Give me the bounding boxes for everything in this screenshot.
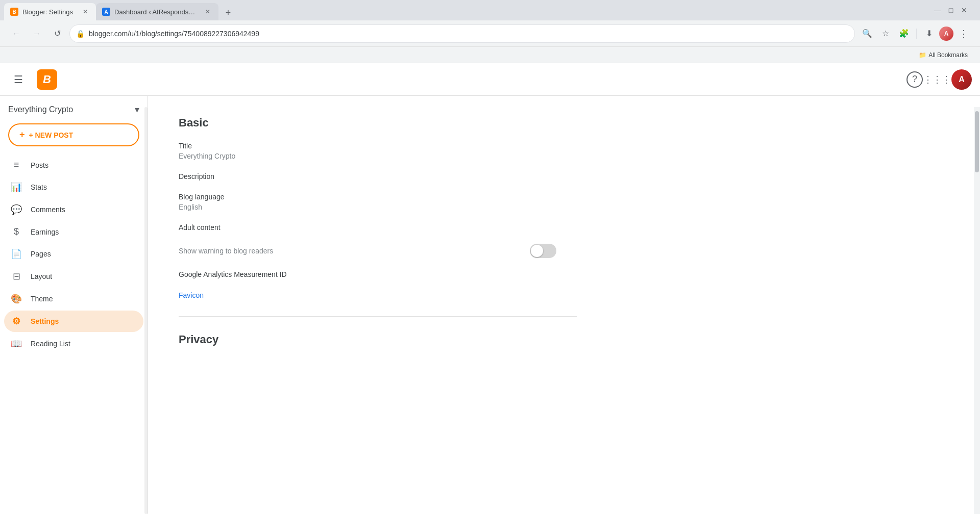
setting-value-title[interactable]: Everything Crypto xyxy=(179,152,577,160)
divider xyxy=(916,29,917,39)
url-text: blogger.com/u/1/blog/settings/7540089227… xyxy=(89,30,848,38)
layout-icon: ⊟ xyxy=(10,271,22,282)
help-button[interactable]: ? xyxy=(906,71,923,88)
sidebar-item-label-pages: Pages xyxy=(31,250,51,258)
setting-row-description: Description xyxy=(179,172,577,181)
comments-icon: 💬 xyxy=(10,204,22,215)
url-actions: 🔍 ☆ 🧩 ⬇ A ⋮ xyxy=(859,25,972,42)
user-avatar[interactable]: A xyxy=(951,69,972,90)
tab-dashboard[interactable]: A Dashboard ‹ AIRespondsBlog … ✕ xyxy=(96,3,218,20)
sidebar-item-earnings[interactable]: $ Earnings xyxy=(4,221,143,242)
search-icon[interactable]: 🔍 xyxy=(859,25,875,42)
sidebar-item-label-reading-list: Reading List xyxy=(31,340,70,348)
earnings-icon: $ xyxy=(10,226,22,237)
tab-label-dashboard: Dashboard ‹ AIRespondsBlog … xyxy=(114,8,199,16)
setting-value-blog-language: English xyxy=(179,203,577,211)
sidebar-item-comments[interactable]: 💬 Comments xyxy=(4,199,143,220)
sidebar-item-reading-list[interactable]: 📖 Reading List xyxy=(4,333,143,354)
bookmarks-label: All Bookmarks xyxy=(928,52,968,59)
favicon-link[interactable]: Favicon xyxy=(179,291,204,299)
privacy-section-title: Privacy xyxy=(179,333,577,346)
maximize-button[interactable]: □ xyxy=(947,7,954,14)
show-warning-toggle[interactable] xyxy=(530,244,556,258)
sidebar: Everything Crypto ▾ + + NEW POST ≡ Posts xyxy=(0,96,148,514)
sidebar-item-label-comments: Comments xyxy=(31,205,65,214)
window-controls: — □ ✕ xyxy=(934,7,976,14)
minimize-button[interactable]: — xyxy=(934,7,941,14)
new-post-button[interactable]: + + NEW POST xyxy=(8,123,139,146)
back-button[interactable]: ← xyxy=(8,25,24,42)
hamburger-button[interactable]: ☰ xyxy=(8,69,29,90)
toggle-knob xyxy=(531,245,543,257)
bookmarks-bar: 📁 All Bookmarks xyxy=(0,47,980,63)
sidebar-item-label-posts: Posts xyxy=(31,161,48,169)
sidebar-nav: ≡ Posts 📊 Stats 💬 Comments $ xyxy=(0,155,148,354)
theme-icon: 🎨 xyxy=(10,293,22,304)
forward-button[interactable]: → xyxy=(29,25,45,42)
sidebar-item-layout[interactable]: ⊟ Layout xyxy=(4,266,143,287)
sidebar-item-label-theme: Theme xyxy=(31,295,53,303)
tab-close-dashboard[interactable]: ✕ xyxy=(203,7,212,16)
folder-icon: 📁 xyxy=(919,52,926,59)
blog-name: Everything Crypto xyxy=(8,105,131,114)
tab-blogger-settings[interactable]: B Blogger: Settings ✕ xyxy=(4,3,96,20)
setting-row-analytics: Google Analytics Measurement ID xyxy=(179,270,577,278)
scrollbar-thumb xyxy=(975,111,979,172)
sidebar-item-label-layout: Layout xyxy=(31,272,52,280)
page-scrollbar[interactable] xyxy=(974,107,980,514)
new-post-label: + NEW POST xyxy=(29,131,74,139)
sidebar-item-settings[interactable]: ⚙ Settings xyxy=(4,311,143,332)
bookmark-icon[interactable]: ☆ xyxy=(877,25,894,42)
tab-favicon-dashboard: A xyxy=(102,8,110,16)
reload-button[interactable]: ↺ xyxy=(49,25,65,42)
stats-icon: 📊 xyxy=(10,182,22,193)
sidebar-item-stats[interactable]: 📊 Stats xyxy=(4,176,143,198)
setting-label-analytics: Google Analytics Measurement ID xyxy=(179,270,577,278)
sidebar-item-label-stats: Stats xyxy=(31,183,47,191)
posts-icon: ≡ xyxy=(10,160,22,170)
sidebar-item-posts[interactable]: ≡ Posts xyxy=(4,155,143,175)
setting-row-favicon: Favicon xyxy=(179,291,577,300)
sidebar-item-label-earnings: Earnings xyxy=(31,228,59,236)
blog-chevron-icon: ▾ xyxy=(135,104,139,115)
sidebar-item-theme[interactable]: 🎨 Theme xyxy=(4,288,143,310)
address-bar: ← → ↺ 🔒 blogger.com/u/1/blog/settings/75… xyxy=(0,20,980,47)
tab-label-blogger: Blogger: Settings xyxy=(22,8,77,16)
blog-selector[interactable]: Everything Crypto ▾ xyxy=(0,96,148,119)
settings-icon: ⚙ xyxy=(10,316,22,327)
sidebar-item-pages[interactable]: 📄 Pages xyxy=(4,243,143,265)
extensions-icon[interactable]: 🧩 xyxy=(896,25,912,42)
tab-favicon-blogger: B xyxy=(10,8,18,16)
setting-label-blog-language: Blog language xyxy=(179,193,577,201)
main-content: Basic Title Everything Crypto Descriptio… xyxy=(148,96,980,514)
settings-container: Basic Title Everything Crypto Descriptio… xyxy=(148,96,607,367)
close-button[interactable]: ✕ xyxy=(961,7,968,14)
pages-icon: 📄 xyxy=(10,248,22,260)
basic-section-title: Basic xyxy=(179,116,577,130)
browser-menu-icon[interactable]: ⋮ xyxy=(955,25,972,42)
bookmarks-all[interactable]: 📁 All Bookmarks xyxy=(915,49,972,61)
apps-button[interactable]: ⋮⋮⋮ xyxy=(927,69,947,90)
new-tab-button[interactable]: + xyxy=(220,5,236,20)
setting-row-title: Title Everything Crypto xyxy=(179,142,577,160)
setting-row-show-warning: Show warning to blog readers xyxy=(179,244,577,258)
setting-label-show-warning: Show warning to blog readers xyxy=(179,247,273,255)
tab-bar: B Blogger: Settings ✕ A Dashboard ‹ AIRe… xyxy=(0,0,980,20)
setting-label-description: Description xyxy=(179,172,577,181)
setting-row-adult-content: Adult content xyxy=(179,223,577,232)
setting-label-adult-content: Adult content xyxy=(179,223,577,232)
setting-row-blog-language: Blog language English xyxy=(179,193,577,211)
sidebar-item-label-settings: Settings xyxy=(31,317,59,325)
header-actions: ? ⋮⋮⋮ A xyxy=(906,69,972,90)
blogger-logo: B xyxy=(37,69,57,90)
setting-label-title: Title xyxy=(179,142,577,150)
tab-close-blogger[interactable]: ✕ xyxy=(81,7,90,16)
blogger-header: ☰ B ? ⋮⋮⋮ A xyxy=(0,63,980,96)
download-icon[interactable]: ⬇ xyxy=(921,25,937,42)
browser-profile-avatar[interactable]: A xyxy=(939,27,953,41)
reading-list-icon: 📖 xyxy=(10,338,22,349)
new-post-icon: + xyxy=(19,130,25,140)
sidebar-scrollbar xyxy=(144,107,148,514)
url-bar[interactable]: 🔒 blogger.com/u/1/blog/settings/75400892… xyxy=(69,24,855,43)
section-divider xyxy=(179,316,577,317)
